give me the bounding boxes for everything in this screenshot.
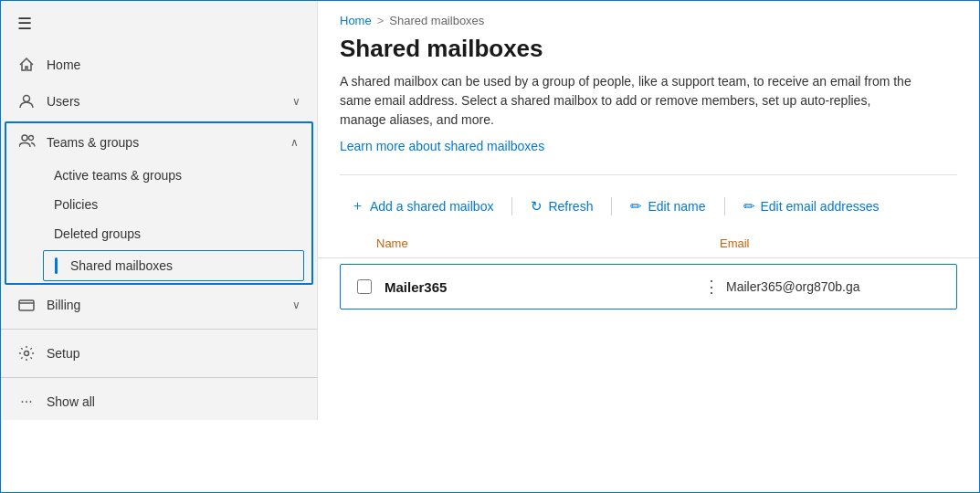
row-name: Mailer365 [377, 279, 697, 295]
mailbox-name: Mailer365 [385, 279, 447, 295]
sidebar-item-show-all-label: Show all [47, 394, 300, 409]
sidebar-item-show-all[interactable]: ··· Show all [1, 383, 317, 420]
add-shared-mailbox-button[interactable]: ＋ Add a shared mailbox [340, 192, 504, 220]
table-header: Name Email [318, 229, 979, 258]
sidebar-item-deleted-groups-label: Deleted groups [54, 226, 141, 241]
add-icon: ＋ [351, 197, 364, 215]
teams-chevron-icon: ∧ [290, 136, 299, 149]
sidebar-item-active-teams[interactable]: Active teams & groups [6, 161, 311, 190]
learn-more-link[interactable]: Learn more about shared mailboxes [340, 139, 544, 153]
page-title: Shared mailboxes [318, 27, 979, 72]
svg-rect-3 [19, 300, 34, 310]
sidebar-item-deleted-groups[interactable]: Deleted groups [6, 219, 311, 248]
main-content: Home > Shared mailboxes Shared mailboxes… [318, 1, 979, 492]
svg-point-1 [22, 135, 27, 141]
edit-name-button[interactable]: ✏ Edit name [619, 193, 716, 220]
sidebar-item-setup-label: Setup [47, 346, 300, 361]
users-chevron-icon: ∨ [292, 95, 300, 108]
toolbar-separator-3 [724, 197, 725, 215]
sidebar-item-users-label: Users [47, 94, 281, 109]
sidebar-item-users[interactable]: Users ∨ [1, 83, 317, 120]
billing-chevron-icon: ∨ [292, 299, 300, 311]
sidebar-item-billing[interactable]: Billing ∨ [1, 287, 317, 323]
sidebar-item-setup[interactable]: Setup [1, 335, 317, 372]
breadcrumb-current: Shared mailboxes [389, 14, 484, 27]
sidebar-group-teams: Teams & groups ∧ Active teams & groups P… [5, 121, 313, 285]
teams-icon [19, 132, 36, 152]
toolbar-separator-1 [511, 197, 512, 215]
row-checkbox-wrapper [352, 274, 377, 299]
svg-point-0 [24, 96, 30, 102]
breadcrumb-separator: > [377, 14, 385, 27]
more-icon: ··· [17, 393, 36, 411]
refresh-icon: ↻ [531, 198, 543, 215]
description-text: A shared mailbox can be used by a group … [340, 72, 917, 130]
table-row[interactable]: Mailer365 ⋮ Mailer365@org870b.ga [340, 264, 957, 309]
col-email-header: Email [720, 236, 957, 250]
sidebar-item-policies[interactable]: Policies [6, 190, 311, 219]
edit-name-icon: ✏ [630, 198, 642, 215]
sidebar-item-active-teams-label: Active teams & groups [54, 168, 182, 183]
billing-icon [17, 296, 36, 314]
sidebar-item-home-label: Home [47, 58, 300, 72]
row-email: Mailer365@org870b.ga [726, 279, 945, 294]
hamburger-menu[interactable]: ☰ [1, 1, 317, 47]
toolbar-separator-2 [611, 197, 612, 215]
refresh-button[interactable]: ↻ Refresh [520, 193, 604, 220]
toolbar: ＋ Add a shared mailbox ↻ Refresh ✏ Edit … [318, 183, 979, 229]
hamburger-icon: ☰ [17, 15, 32, 33]
sidebar: ☰ Home Users ∨ Teams & groups ∧ [1, 1, 318, 492]
sidebar-item-home[interactable]: Home [1, 47, 317, 83]
row-checkbox[interactable] [357, 279, 372, 294]
row-more-button[interactable]: ⋮ [697, 277, 726, 297]
breadcrumb-home-link[interactable]: Home [340, 14, 372, 27]
home-icon [17, 56, 36, 74]
add-button-label: Add a shared mailbox [370, 199, 493, 214]
sidebar-divider [1, 329, 317, 330]
sidebar-item-shared-mailboxes[interactable]: Shared mailboxes [43, 250, 304, 281]
content-divider [340, 174, 957, 175]
setup-icon [17, 344, 36, 362]
svg-point-4 [25, 351, 29, 356]
edit-email-icon: ✏ [743, 198, 755, 215]
refresh-button-label: Refresh [548, 199, 593, 214]
sidebar-item-teams-groups-label: Teams & groups [47, 135, 279, 150]
sidebar-item-teams-groups[interactable]: Teams & groups ∧ [6, 123, 311, 161]
sidebar-divider-2 [1, 377, 317, 378]
svg-point-2 [29, 136, 34, 141]
table-body: Mailer365 ⋮ Mailer365@org870b.ga [318, 258, 979, 315]
sidebar-item-policies-label: Policies [54, 197, 98, 212]
sidebar-item-shared-mailboxes-label: Shared mailboxes [70, 258, 173, 273]
edit-email-button[interactable]: ✏ Edit email addresses [732, 193, 890, 220]
user-icon [17, 92, 36, 110]
sidebar-item-billing-label: Billing [47, 298, 281, 312]
edit-email-button-label: Edit email addresses [761, 199, 880, 214]
breadcrumb: Home > Shared mailboxes [318, 1, 979, 27]
edit-name-button-label: Edit name [648, 199, 705, 214]
page-description: A shared mailbox can be used by a group … [318, 72, 939, 167]
col-name-header: Name [376, 236, 683, 250]
